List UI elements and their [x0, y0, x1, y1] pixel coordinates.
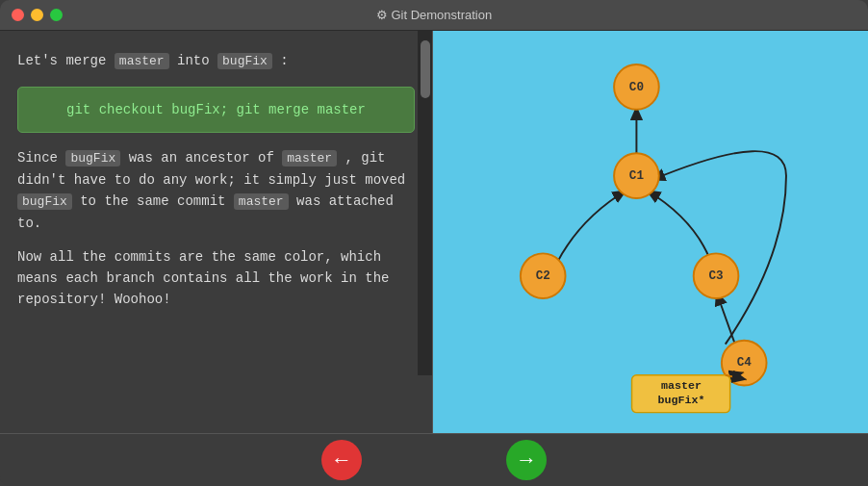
- node-c3-label: C3: [708, 269, 723, 283]
- node-c1-label: C1: [629, 168, 645, 183]
- right-panel: C0 C1 C2 C3 C4 master bugFix*: [433, 31, 868, 433]
- label-master: master: [661, 379, 702, 393]
- command-text: git checkout bugFix; git merge master: [66, 102, 366, 117]
- tag-bugfix2: bugFix: [65, 150, 120, 166]
- git-diagram: C0 C1 C2 C3 C4 master bugFix*: [433, 31, 868, 433]
- minimize-button[interactable]: [31, 9, 43, 21]
- close-button[interactable]: [12, 9, 24, 21]
- paragraph-1: Let's merge master into bugFix :: [17, 50, 415, 72]
- command-box: git checkout bugFix; git merge master: [17, 87, 415, 133]
- scrollbar-thumb[interactable]: [421, 40, 430, 98]
- window-title: ⚙ Git Demonstration: [376, 8, 492, 22]
- titlebar: ⚙ Git Demonstration: [0, 0, 868, 31]
- label-bugfix: bugFix*: [658, 394, 705, 407]
- forward-arrow-icon: →: [516, 448, 537, 473]
- tag-bugfix3: bugFix: [17, 193, 72, 210]
- tag-master3: master: [234, 193, 289, 210]
- forward-button[interactable]: →: [506, 440, 547, 480]
- main-window: ⚙ Git Demonstration Let's merge master i…: [0, 0, 868, 486]
- node-c4-label: C4: [737, 355, 753, 370]
- traffic-lights: [12, 9, 63, 21]
- arrow-c2-c1: [557, 190, 627, 263]
- paragraph-2: Since bugFix was an ancestor of master ,…: [17, 147, 415, 234]
- tag-master2: master: [282, 150, 337, 166]
- back-button[interactable]: ←: [321, 440, 362, 480]
- paragraph-3: Now all the commits are the same color, …: [17, 246, 415, 311]
- tag-bugfix: bugFix: [217, 53, 272, 69]
- tag-master: master: [115, 53, 169, 69]
- node-c0-label: C0: [629, 80, 644, 94]
- scrollbar[interactable]: [418, 31, 432, 375]
- content-area: Let's merge master into bugFix : git che…: [0, 31, 868, 433]
- nav-bar: ← →: [0, 433, 868, 486]
- arrow-c4-c1-curve: [651, 151, 786, 345]
- maximize-button[interactable]: [50, 9, 63, 21]
- arrow-c3-c1: [646, 190, 709, 258]
- node-c2-label: C2: [536, 269, 550, 283]
- back-arrow-icon: ←: [331, 448, 352, 473]
- left-panel: Let's merge master into bugFix : git che…: [0, 31, 433, 433]
- text-content: Let's merge master into bugFix : git che…: [17, 50, 415, 423]
